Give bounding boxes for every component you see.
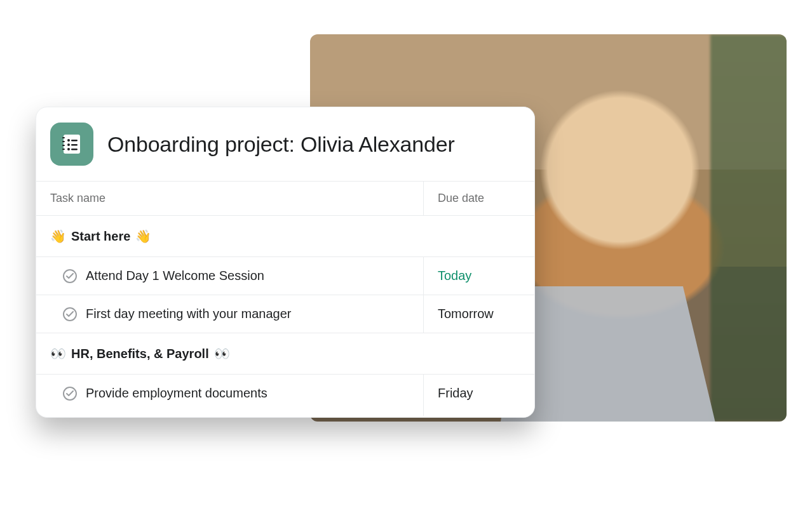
task-due[interactable]: Tomorrow: [424, 295, 534, 333]
task-name: Provide employment documents: [86, 386, 267, 401]
column-due-date[interactable]: Due date: [424, 182, 534, 215]
task-row[interactable]: Provide employment documents Friday: [36, 375, 534, 416]
svg-rect-8: [71, 144, 78, 146]
svg-rect-4: [62, 149, 65, 150]
onboarding-project-card: Onboarding project: Olivia Alexander Tas…: [36, 107, 535, 418]
eyes-icon: 👀: [214, 346, 230, 361]
check-circle-icon[interactable]: [63, 269, 77, 283]
task-name: First day meeting with your manager: [86, 307, 291, 321]
check-circle-icon[interactable]: [63, 307, 77, 321]
svg-point-5: [67, 139, 70, 142]
column-task-name[interactable]: Task name: [36, 182, 424, 215]
task-due[interactable]: Friday: [424, 375, 534, 416]
wave-icon: 👋: [135, 229, 151, 244]
task-due[interactable]: Today: [424, 257, 534, 295]
check-circle-icon[interactable]: [63, 387, 77, 401]
section-title: Start here: [71, 229, 130, 244]
project-header: Onboarding project: Olivia Alexander: [36, 107, 534, 181]
svg-rect-10: [71, 149, 78, 150]
project-title: Onboarding project: Olivia Alexander: [107, 132, 455, 157]
task-row[interactable]: Attend Day 1 Welcome Session Today: [36, 257, 534, 295]
svg-rect-1: [62, 137, 65, 138]
section-header-start-here[interactable]: 👋 Start here 👋: [36, 216, 534, 257]
svg-rect-3: [62, 145, 65, 146]
wave-icon: 👋: [50, 229, 66, 244]
section-header-hr-benefits-payroll[interactable]: 👀 HR, Benefits, & Payroll 👀: [36, 333, 534, 375]
svg-point-9: [67, 148, 70, 150]
task-name: Attend Day 1 Welcome Session: [86, 269, 264, 283]
eyes-icon: 👀: [50, 346, 66, 361]
svg-point-7: [67, 143, 70, 146]
svg-rect-0: [64, 135, 80, 154]
task-row[interactable]: First day meeting with your manager Tomo…: [36, 295, 534, 333]
section-title: HR, Benefits, & Payroll: [71, 347, 209, 361]
svg-rect-2: [62, 141, 65, 142]
column-headers: Task name Due date: [36, 181, 534, 216]
notebook-list-icon: [50, 123, 93, 166]
svg-rect-6: [71, 140, 78, 142]
